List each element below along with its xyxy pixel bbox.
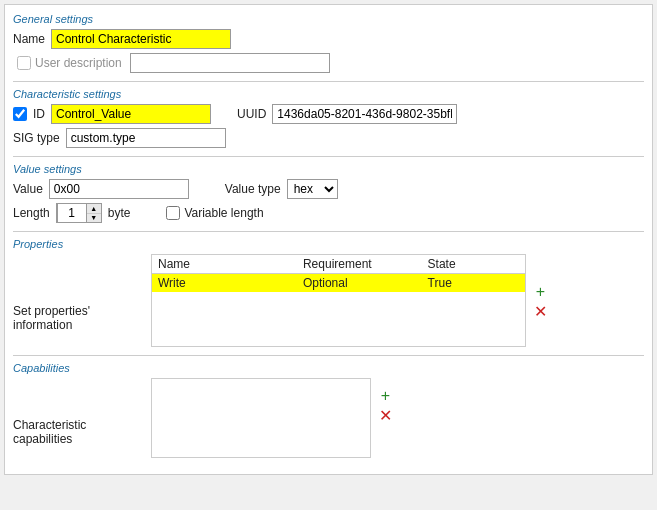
table-row[interactable] [152,292,526,310]
cell-requirement [297,310,422,328]
value-label: Value [13,182,43,196]
id-input[interactable] [51,104,211,124]
cell-name [152,310,297,328]
value-type-label: Value type [225,182,281,196]
cell-state [422,292,526,310]
uuid-label: UUID [237,107,266,121]
capabilities-remove-btn[interactable]: ✕ [379,408,392,424]
cell-state: True [422,274,526,293]
col-name: Name [152,255,297,274]
user-desc-input[interactable] [130,53,330,73]
capabilities-label: Characteristic capabilities [13,378,143,446]
table-row[interactable] [152,310,526,328]
cell-state [422,328,526,346]
cell-state [422,310,526,328]
properties-title: Properties [13,238,644,250]
sig-type-input[interactable] [66,128,226,148]
properties-add-btn[interactable]: + [534,284,547,300]
table-row[interactable] [152,328,526,346]
user-desc-checkbox[interactable] [17,56,31,70]
variable-length-checkbox[interactable] [166,206,180,220]
capabilities-add-btn[interactable]: + [379,388,392,404]
characteristic-settings-title: Characteristic settings [13,88,644,100]
user-desc-label: User description [35,56,122,70]
id-checkbox[interactable] [13,107,27,121]
value-settings-title: Value settings [13,163,644,175]
cell-name: Write [152,274,297,293]
properties-label: Set properties' information [13,254,143,332]
cell-name [152,292,297,310]
byte-label: byte [108,206,131,220]
name-input[interactable] [51,29,231,49]
cell-requirement [297,292,422,310]
length-input[interactable] [57,203,87,223]
properties-table: Name Requirement State WriteOptionalTrue [151,254,526,347]
length-label: Length [13,206,50,220]
cell-requirement: Optional [297,274,422,293]
value-type-select[interactable]: hex ascii dec [287,179,338,199]
id-label: ID [33,107,45,121]
properties-remove-btn[interactable]: ✕ [534,304,547,320]
table-row[interactable]: WriteOptionalTrue [152,274,526,293]
value-input[interactable] [49,179,189,199]
capabilities-title: Capabilities [13,362,644,374]
length-stepper[interactable]: ▲ ▼ [56,203,102,223]
variable-length-label: Variable length [184,206,263,220]
length-down-btn[interactable]: ▼ [87,214,101,223]
uuid-input[interactable] [272,104,457,124]
name-label: Name [13,32,45,46]
col-requirement: Requirement [297,255,422,274]
capabilities-box [151,378,371,458]
general-settings-title: General settings [13,13,644,25]
cell-name [152,328,297,346]
col-state: State [422,255,526,274]
length-up-btn[interactable]: ▲ [87,204,101,214]
cell-requirement [297,328,422,346]
sig-type-label: SIG type [13,131,60,145]
